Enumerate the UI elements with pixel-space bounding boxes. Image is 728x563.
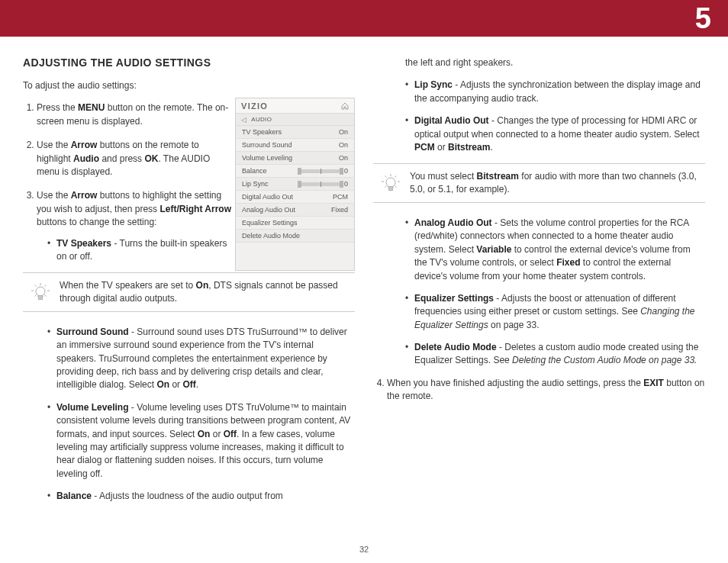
note-tv-speakers: When the TV speakers are set to On, DTS … bbox=[23, 272, 355, 312]
chapter-banner: 5 bbox=[0, 0, 728, 37]
left-column: ADJUSTING THE AUDIO SETTINGS To adjust t… bbox=[23, 53, 355, 514]
note-bitstream: You must select Bitstream for audio with… bbox=[373, 163, 705, 203]
bullet-analog-audio-out: Analog Audio Out - Sets the volume contr… bbox=[405, 217, 705, 283]
note-text: When the TV speakers are set to On, DTS … bbox=[60, 279, 347, 305]
step-4: When you have finished adjusting the aud… bbox=[387, 377, 705, 404]
osd-row-slider: 0 bbox=[301, 180, 348, 188]
osd-row: TV SpeakersOn bbox=[236, 126, 354, 139]
balance-continuation: the left and right speakers. bbox=[405, 56, 705, 69]
osd-row-label: Analog Audio Out bbox=[242, 206, 295, 214]
osd-row-label: Equalizer Settings bbox=[242, 219, 298, 227]
osd-row-label: Volume Leveling bbox=[242, 154, 292, 162]
back-icon: ◁ bbox=[241, 116, 246, 124]
osd-row-value: On bbox=[339, 154, 348, 162]
osd-brand: VIZIO bbox=[241, 101, 268, 111]
osd-row: Analog Audio OutFixed bbox=[236, 204, 354, 217]
osd-row-label: Surround Sound bbox=[242, 141, 292, 149]
bullet-delete-audio-mode: Delete Audio Mode - Deletes a custom aud… bbox=[405, 341, 705, 368]
right-sublist-bottom: Analog Audio Out - Sets the volume contr… bbox=[395, 217, 705, 368]
right-column: the left and right speakers. Lip Sync - … bbox=[373, 53, 705, 514]
osd-row: Surround SoundOn bbox=[236, 139, 354, 152]
slider-track bbox=[301, 169, 340, 173]
bullet-surround-sound: Surround Sound - Surround sound uses DTS… bbox=[47, 326, 355, 392]
osd-row: Balance0 bbox=[236, 165, 354, 178]
step-2: Use the Arrow buttons on the remote to h… bbox=[37, 139, 234, 179]
osd-menu: VIZIO ◁ AUDIO TV SpeakersOnSurround Soun… bbox=[235, 98, 355, 271]
chapter-number: 5 bbox=[695, 0, 711, 37]
osd-row-label: Digital Audio Out bbox=[242, 193, 293, 201]
step-3-sublist: TV Speakers - Turns the built-in speaker… bbox=[37, 237, 234, 264]
step-1: Press the MENU button on the remote. The… bbox=[37, 101, 234, 128]
bullet-tv-speakers: TV Speakers - Turns the built-in speaker… bbox=[47, 237, 234, 264]
bullet-balance: Balance - Adjusts the loudness of the au… bbox=[47, 490, 355, 503]
osd-row-value: 0 bbox=[344, 180, 348, 188]
osd-title-bar: VIZIO bbox=[236, 98, 354, 114]
svg-point-0 bbox=[36, 287, 45, 296]
osd-row: Delete Audio Mode bbox=[236, 230, 354, 243]
osd-row-value: On bbox=[339, 128, 348, 136]
osd-filler bbox=[236, 243, 354, 270]
osd-row-label: Lip Sync bbox=[242, 180, 269, 188]
page-number: 32 bbox=[0, 545, 728, 554]
osd-row: Volume LevelingOn bbox=[236, 152, 354, 165]
osd-row: Equalizer Settings bbox=[236, 217, 354, 230]
slider-track bbox=[301, 182, 340, 186]
osd-row-label: Delete Audio Mode bbox=[242, 232, 300, 240]
svg-point-1 bbox=[386, 178, 395, 187]
steps-list-cont: When you have finished adjusting the aud… bbox=[373, 377, 705, 404]
osd-rows: TV SpeakersOnSurround SoundOnVolume Leve… bbox=[236, 126, 354, 243]
bullet-digital-audio-out: Digital Audio Out - Changes the type of … bbox=[405, 114, 705, 154]
section-title: ADJUSTING THE AUDIO SETTINGS bbox=[23, 56, 355, 69]
osd-row-slider: 0 bbox=[301, 167, 348, 175]
intro-text: To adjust the audio settings: bbox=[23, 79, 355, 92]
lightbulb-icon bbox=[31, 281, 50, 304]
osd-row-value: PCM bbox=[333, 193, 348, 201]
osd-row-value: Fixed bbox=[331, 206, 348, 214]
lightbulb-icon bbox=[381, 172, 401, 195]
osd-row-value: 0 bbox=[344, 167, 348, 175]
osd-row: Lip Sync0 bbox=[236, 178, 354, 191]
step-3-sublist-cont: Surround Sound - Surround sound uses DTS… bbox=[37, 326, 355, 503]
osd-row-label: Balance bbox=[242, 167, 267, 175]
bullet-lip-sync: Lip Sync - Adjusts the synchronization b… bbox=[405, 79, 705, 105]
osd-row-label: TV Speakers bbox=[242, 128, 282, 136]
osd-row: Digital Audio OutPCM bbox=[236, 191, 354, 204]
osd-breadcrumb: ◁ AUDIO bbox=[236, 114, 354, 126]
note-text: You must select Bitstream for audio with… bbox=[410, 170, 697, 196]
bullet-equalizer-settings: Equalizer Settings - Adjusts the boost o… bbox=[405, 292, 705, 332]
page-body: ADJUSTING THE AUDIO SETTINGS To adjust t… bbox=[0, 37, 728, 514]
osd-section-label: AUDIO bbox=[251, 116, 272, 123]
osd-row-value: On bbox=[339, 141, 348, 149]
bullet-volume-leveling: Volume Leveling - Volume leveling uses D… bbox=[47, 401, 355, 481]
home-icon bbox=[341, 102, 349, 110]
right-sublist-top: Lip Sync - Adjusts the synchronization b… bbox=[395, 79, 705, 154]
